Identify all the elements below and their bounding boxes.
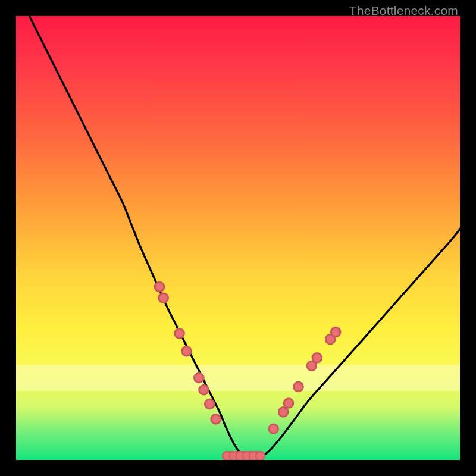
plot-area <box>16 16 460 460</box>
data-marker <box>205 399 214 409</box>
data-marker <box>159 293 168 303</box>
curve-path <box>29 16 460 458</box>
data-marker <box>155 282 164 292</box>
data-marker <box>284 399 293 408</box>
bottleneck-curve <box>16 16 460 460</box>
data-marker <box>278 408 288 417</box>
data-marker <box>199 385 209 394</box>
data-marker <box>175 329 184 339</box>
data-marker <box>294 382 303 392</box>
markers-right-branch <box>269 327 340 433</box>
chart-stage: TheBottleneck.com <box>0 0 476 476</box>
data-marker <box>195 373 204 383</box>
markers-valley-flat <box>223 452 265 460</box>
data-marker <box>312 353 322 363</box>
data-marker <box>331 327 340 337</box>
data-marker <box>211 415 221 424</box>
data-marker <box>182 346 192 356</box>
data-marker <box>269 424 278 434</box>
data-marker <box>256 452 264 460</box>
